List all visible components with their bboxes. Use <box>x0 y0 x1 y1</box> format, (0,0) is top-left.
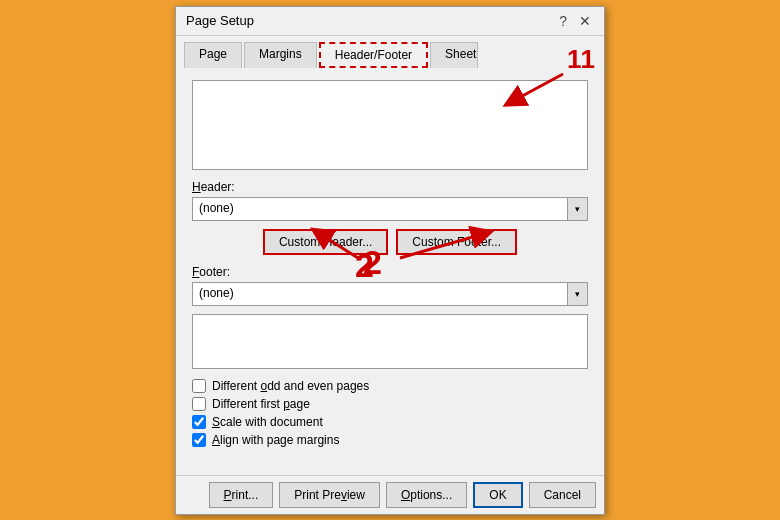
tab-margins[interactable]: Margins <box>244 42 317 68</box>
tab-bar: Page Margins Header/Footer Sheet <box>176 36 604 68</box>
header-preview-box <box>192 80 588 170</box>
options-button[interactable]: Options... <box>386 482 467 508</box>
checkbox-align-label: Align with page margins <box>212 433 339 447</box>
print-button[interactable]: Print... <box>209 482 274 508</box>
cancel-button[interactable]: Cancel <box>529 482 596 508</box>
annotation-2: 2 <box>355 246 374 285</box>
checkboxes-section: Different odd and even pages Different f… <box>192 379 588 447</box>
checkbox-first-page[interactable] <box>192 397 206 411</box>
dialog-title: Page Setup <box>186 13 254 28</box>
checkbox-odd-even-label: Different odd and even pages <box>212 379 369 393</box>
custom-footer-button[interactable]: Custom Footer... <box>396 229 517 255</box>
header-dropdown-arrow[interactable]: ▾ <box>568 197 588 221</box>
close-button[interactable]: ✕ <box>576 13 594 29</box>
header-label: Header: <box>192 180 588 194</box>
page-setup-dialog: Page Setup ? ✕ Page Margins Header/Foote… <box>175 6 605 515</box>
custom-buttons-row: Custom Header... Custom Footer... <box>192 229 588 255</box>
checkbox-scale-label: Scale with document <box>212 415 323 429</box>
header-select-value[interactable]: (none) <box>192 197 568 221</box>
checkbox-scale-row: Scale with document <box>192 415 588 429</box>
checkbox-odd-even[interactable] <box>192 379 206 393</box>
title-controls: ? ✕ <box>556 13 594 29</box>
help-button[interactable]: ? <box>556 13 570 29</box>
dialog-content: Header: (none) ▾ Custom Header... Custom… <box>176 68 604 471</box>
footer-select-value[interactable]: (none) <box>192 282 568 306</box>
tab-page[interactable]: Page <box>184 42 242 68</box>
footer-label: Footer: <box>192 265 588 279</box>
footer-dropdown-arrow[interactable]: ▾ <box>568 282 588 306</box>
footer-select-row: (none) ▾ <box>192 282 588 306</box>
checkbox-scale[interactable] <box>192 415 206 429</box>
title-bar: Page Setup ? ✕ <box>176 7 604 36</box>
tab-headerfooter[interactable]: Header/Footer <box>319 42 428 68</box>
bottom-buttons-row: Print... Print Preview Options... OK Can… <box>176 475 604 514</box>
checkbox-align[interactable] <box>192 433 206 447</box>
footer-preview-box <box>192 314 588 369</box>
ok-button[interactable]: OK <box>473 482 522 508</box>
checkbox-first-page-row: Different first page <box>192 397 588 411</box>
checkbox-odd-even-row: Different odd and even pages <box>192 379 588 393</box>
print-preview-button[interactable]: Print Preview <box>279 482 380 508</box>
checkbox-align-row: Align with page margins <box>192 433 588 447</box>
tab-sheet[interactable]: Sheet <box>430 42 478 68</box>
annotation-1: 1 <box>581 44 595 75</box>
header-select-row: (none) ▾ <box>192 197 588 221</box>
checkbox-first-page-label: Different first page <box>212 397 310 411</box>
